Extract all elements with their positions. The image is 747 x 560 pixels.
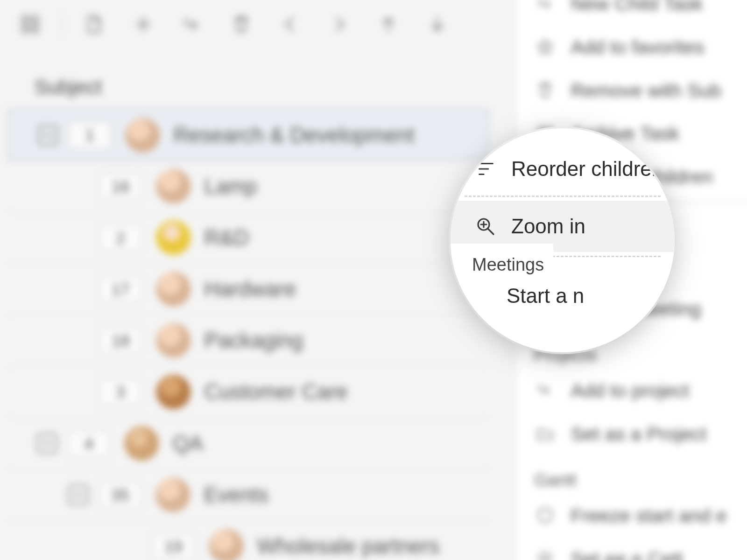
- table-row[interactable]: 19 Wholesale partners: [8, 521, 489, 560]
- row-number: 17: [99, 276, 142, 303]
- row-number: 18: [99, 327, 142, 354]
- svg-point-6: [542, 556, 549, 560]
- table-row[interactable]: 2 R&D: [8, 212, 489, 264]
- row-label: Events: [204, 483, 268, 507]
- menu-item-new-child[interactable]: New Child Task: [518, 0, 747, 25]
- svg-rect-1: [32, 16, 38, 22]
- zoom-in-icon: [474, 215, 497, 238]
- folder-icon: [534, 423, 556, 445]
- row-number: 2: [99, 224, 142, 252]
- file-icon[interactable]: [82, 12, 107, 37]
- table-row[interactable]: 16 Lamp: [8, 161, 489, 212]
- table-row[interactable]: 18 Packaging: [8, 315, 489, 366]
- collapse-icon[interactable]: [68, 485, 88, 505]
- row-label: Research & Development: [174, 123, 415, 147]
- child-icon: [534, 0, 556, 14]
- enter-icon[interactable]: [180, 12, 205, 37]
- row-number: 35: [99, 482, 141, 509]
- column-header-subject: Subject: [35, 76, 102, 98]
- table-row[interactable]: 17 Hardware: [8, 264, 489, 315]
- collapse-icon[interactable]: [37, 434, 57, 454]
- svg-rect-3: [32, 26, 38, 32]
- avatar: [209, 529, 244, 560]
- avatar: [156, 220, 190, 255]
- row-number: 19: [152, 533, 195, 560]
- avatar: [156, 375, 190, 409]
- menu-label: New Child Task: [571, 0, 703, 14]
- svg-rect-2: [22, 26, 28, 32]
- svg-rect-0: [22, 16, 28, 22]
- avatar: [156, 169, 190, 203]
- table-row[interactable]: 1 Research & Development: [8, 109, 489, 161]
- lens-label: Reorder children: [511, 157, 663, 181]
- avatar: [155, 477, 190, 512]
- avatar: [126, 118, 160, 152]
- row-label: Lamp: [204, 174, 257, 198]
- table-row[interactable]: 3 Customer Care: [8, 366, 489, 418]
- lens-section-meetings: Meetings: [451, 244, 553, 278]
- grid-icon[interactable]: [18, 12, 43, 37]
- menu-label: Remove with Sub: [571, 79, 721, 101]
- menu-label: Set as a Project: [571, 423, 706, 444]
- magnifier-lens: Reorder children Zoom in Meetings Start …: [451, 128, 675, 352]
- row-label: Customer Care: [204, 380, 347, 404]
- row-number: 16: [99, 173, 142, 200]
- up-icon[interactable]: [376, 12, 401, 37]
- menu-label: Add to project: [571, 380, 689, 401]
- lens-label: Zoom in: [511, 215, 585, 238]
- row-number: 3: [99, 378, 142, 406]
- menu-label: Add to favorites: [571, 36, 704, 57]
- menu-item-favorite[interactable]: Add to favorites: [518, 25, 747, 69]
- row-label: Wholesale partners: [257, 534, 439, 559]
- shield-icon: [534, 504, 556, 526]
- avatar: [156, 272, 190, 306]
- plus-icon[interactable]: [131, 12, 156, 37]
- table-row[interactable]: 4 QA: [8, 418, 489, 469]
- collapse-icon[interactable]: [38, 125, 58, 145]
- avatar: [156, 323, 190, 358]
- menu-item-gantt-extra[interactable]: Set ee e Cett: [518, 537, 747, 560]
- menu-item-add-project[interactable]: Add to project: [518, 369, 747, 413]
- avatar: [124, 426, 159, 461]
- row-number: 1: [69, 122, 111, 149]
- lens-label: Start a n: [507, 284, 584, 308]
- trash-icon[interactable]: [229, 12, 254, 37]
- into-icon: [534, 379, 556, 401]
- forward-icon[interactable]: [327, 12, 352, 37]
- menu-item-remove[interactable]: Remove with Sub: [518, 69, 747, 112]
- row-number: 4: [68, 430, 110, 457]
- back-icon[interactable]: [278, 12, 303, 37]
- trash-icon: [534, 79, 556, 101]
- task-rows: 1 Research & Development 16 Lamp 2 R&D: [8, 109, 489, 560]
- row-label: Packaging: [204, 329, 303, 353]
- menu-item-freeze[interactable]: Freeze start and e: [518, 494, 747, 537]
- lens-item-start-meeting[interactable]: Start a n: [451, 273, 675, 319]
- row-label: R&D: [204, 226, 249, 250]
- menu-item-set-project[interactable]: Set as a Project: [518, 412, 747, 455]
- down-icon[interactable]: [425, 12, 450, 37]
- row-label: QA: [172, 431, 203, 455]
- menu-label: Set ee e Cett: [571, 548, 683, 560]
- row-label: Hardware: [204, 277, 296, 301]
- star-icon: [534, 36, 556, 58]
- menu-section-gantt: Gantt: [518, 455, 747, 494]
- toolbar: [18, 11, 450, 38]
- gear-icon: [534, 548, 556, 560]
- table-row[interactable]: 35 Events: [8, 469, 489, 521]
- menu-label: Freeze start and e: [571, 505, 726, 526]
